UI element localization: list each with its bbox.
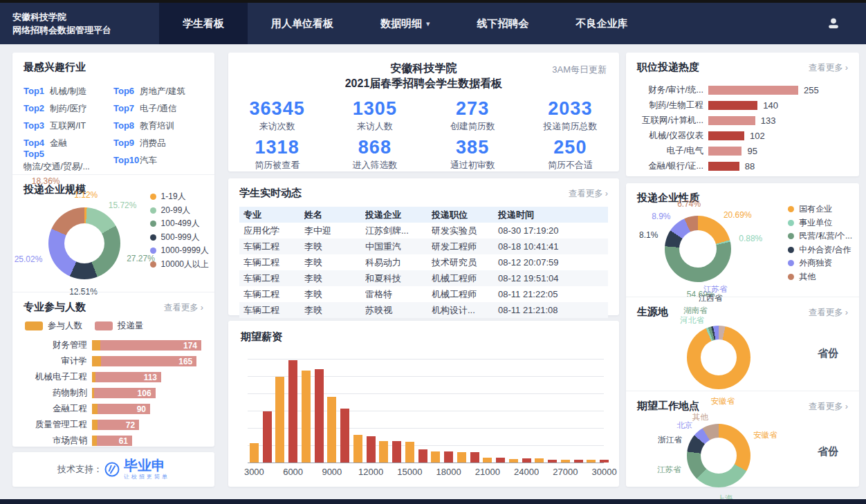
salary-bar <box>600 460 609 463</box>
right-panel: 投递企业性质 20.69%0.88%54.69%8.1%8.9%6.74% 国有… <box>626 183 859 487</box>
table-row[interactable]: 应用化学李中迎江苏剑牌...研发实验员08-30 17:19:20 <box>239 223 608 239</box>
salary-bar <box>509 459 518 463</box>
tab-employer-board[interactable]: 用人单位看板 <box>248 3 357 44</box>
view-more-link[interactable]: 查看更多› <box>809 307 848 319</box>
legend-label: 事业单位 <box>799 217 832 229</box>
industry-name: 机械/制造 <box>50 86 86 96</box>
majors-bar-label: 财务管理 <box>24 339 92 351</box>
majors-bar-label: 审计学 <box>24 355 92 367</box>
donut-slice-label: 江西省 <box>699 293 723 304</box>
heat-bar-label: 金融/银行/证... <box>637 160 703 172</box>
industry-rank: Top7 <box>113 103 140 113</box>
x-axis-tick-label: 12000 <box>358 467 383 477</box>
heat-bar-value: 255 <box>804 85 819 95</box>
stat-item: 250简历不合适 <box>522 137 619 171</box>
section-title: 学生实时动态 <box>239 187 608 200</box>
legend-item[interactable]: 民营/私营/个... <box>788 230 852 243</box>
tab-student-board[interactable]: 学生看板 <box>159 3 248 44</box>
view-more-link[interactable]: 查看更多› <box>809 401 848 413</box>
table-row[interactable]: 车辆工程李映苏映视机构设计...08-11 21:21:08 <box>239 302 608 318</box>
biyeshen-logo-text: 毕业申 <box>124 458 169 472</box>
axis-note: 省份 <box>818 445 838 458</box>
table-cell: 科易动力 <box>365 254 432 270</box>
legend-label: 20-99人 <box>161 205 191 216</box>
nav-item-label: 不良企业库 <box>576 17 628 30</box>
participants-segment <box>92 436 97 446</box>
tab-bad-company-lib[interactable]: 不良企业库 <box>553 3 652 44</box>
heat-bar-row: 金融/银行/证...88 <box>637 158 848 174</box>
legend-item[interactable]: 中外合资/合作 <box>788 243 852 257</box>
majors-bar-label: 市场营销 <box>24 435 92 447</box>
user-icon[interactable] <box>826 3 866 44</box>
industry-item: Top2制药/医疗 <box>24 102 113 115</box>
stat-label: 创建简历数 <box>424 120 522 133</box>
table-cell: 雷格特 <box>365 286 432 302</box>
legend-dot-icon <box>150 234 156 241</box>
legend-item[interactable]: 1000-9999人 <box>150 244 209 258</box>
realtime-card: 学生实时动态 查看更多› 专业姓名投递企业投递职位投递时间应用化学李中迎江苏剑牌… <box>228 178 619 315</box>
tab-data-detail[interactable]: 数据明细▾ <box>357 3 454 44</box>
x-axis-tick-label: 18000 <box>436 467 461 477</box>
heat-bar <box>708 147 741 156</box>
majors-bar: 61 <box>92 436 132 446</box>
heat-bar <box>708 101 757 110</box>
majors-bar: 113 <box>92 372 161 382</box>
donut-slice-label: 浙江省 <box>658 434 682 445</box>
legend-item[interactable]: 1-19人 <box>150 190 209 204</box>
table-row[interactable]: 车辆工程李映中国重汽研发工程师08-18 10:41:41 <box>239 239 608 254</box>
table-cell: 08-11 21:21:08 <box>498 302 604 318</box>
heat-bar-value: 88 <box>745 161 755 171</box>
table-row[interactable]: 车辆工程李映和夏科技机械工程师08-12 19:51:04 <box>239 270 608 286</box>
donut-hole <box>679 230 717 268</box>
donut-slice-label: 15.72% <box>109 200 137 210</box>
stat-item: 273创建简历数 <box>424 98 522 133</box>
legend-label: 100-499人 <box>161 218 200 230</box>
salary-bar <box>561 460 570 463</box>
legend-item[interactable]: 10000人以上 <box>150 258 209 272</box>
industry-name: 物流/交通/贸易/... <box>24 162 90 171</box>
tab-offline-fair[interactable]: 线下招聘会 <box>454 3 553 44</box>
legend-label: 1000-9999人 <box>161 245 209 256</box>
view-more-link[interactable]: 查看更多› <box>809 62 848 74</box>
heat-bar-label: 制药/生物工程 <box>637 100 703 111</box>
majors-bar-chart: 财务管理174审计学165机械电子工程113药物制剂106金融工程90质量管理工… <box>24 337 203 449</box>
majors-bar-row: 审计学165 <box>24 353 203 369</box>
table-row[interactable]: 车辆工程李映雷格特机械工程师08-11 21:22:05 <box>239 286 608 302</box>
stat-value: 1318 <box>228 137 326 158</box>
salary-bar <box>288 360 297 463</box>
donut-slice-label: 北京 <box>676 420 692 430</box>
x-axis-tick-label: 27000 <box>553 467 578 477</box>
legend-item[interactable]: 其他 <box>788 270 852 284</box>
legend-dot-icon <box>150 261 156 268</box>
table-cell: 车辆工程 <box>243 270 304 286</box>
heat-bar <box>708 86 798 95</box>
industry-name: 互联网/IT <box>50 121 86 131</box>
legend-item[interactable]: 20-99人 <box>150 204 209 218</box>
table-row[interactable]: 车辆工程李映科易动力技术研究员08-12 20:07:59 <box>239 254 608 270</box>
table-cell: 08-12 19:51:04 <box>498 270 604 286</box>
donut-slice-label: 河北省 <box>680 315 704 326</box>
view-more-link[interactable]: 查看更多› <box>569 188 608 200</box>
salary-bar <box>263 411 272 463</box>
legend-item[interactable]: 500-999人 <box>150 231 209 245</box>
legend-label: 民营/私营/个... <box>799 230 852 242</box>
legend-item[interactable]: 外商独资 <box>788 256 852 270</box>
heat-bar-value: 95 <box>747 146 757 156</box>
stat-value: 2033 <box>522 98 619 120</box>
legend-swatch[interactable] <box>25 321 43 330</box>
salary-bar <box>315 369 324 463</box>
heat-bar-value: 133 <box>761 115 776 126</box>
legend-item[interactable]: 100-499人 <box>150 217 209 231</box>
view-more-link[interactable]: 查看更多› <box>164 302 203 314</box>
heat-bar-label: 电子/电气 <box>637 145 703 157</box>
update-note: 3AM每日更新 <box>552 64 607 76</box>
legend-item[interactable]: 事业单位 <box>788 216 852 230</box>
legend-item[interactable]: 国有企业 <box>788 203 852 216</box>
stat-value: 1305 <box>326 98 423 120</box>
table-header-cell: 投递时间 <box>498 207 604 223</box>
legend-swatch[interactable] <box>95 321 113 330</box>
stat-item: 2033投递简历总数 <box>522 98 619 133</box>
table-cell: 车辆工程 <box>243 302 304 318</box>
submissions-segment: 90 <box>98 404 150 414</box>
industry-rank: Top3 <box>24 120 50 131</box>
